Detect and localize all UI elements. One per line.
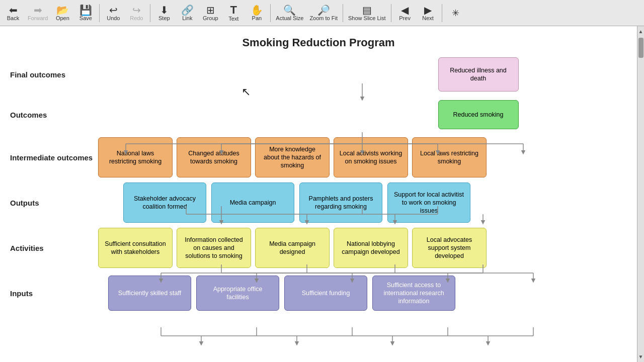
save-icon: 💾 bbox=[79, 5, 92, 15]
open-button[interactable]: 📂 Open bbox=[51, 2, 73, 25]
scroll-up-arrow[interactable]: ▲ bbox=[637, 27, 644, 36]
toolbar: ⬅ Back ➡ Forward 📂 Open 💾 Save ↩ Undo ↪ … bbox=[0, 0, 644, 26]
information-box[interactable]: Information collected on causes and solu… bbox=[177, 228, 251, 268]
pan-icon: ✋ bbox=[251, 5, 263, 15]
extra-icon: ✳ bbox=[452, 9, 459, 18]
intermediate-outcomes-label: Intermediate outcomes bbox=[10, 153, 98, 162]
forward-button[interactable]: ➡ Forward bbox=[25, 2, 50, 25]
more-knowledge-box[interactable]: More knowledge about the hazards of smok… bbox=[255, 137, 330, 177]
forward-icon: ➡ bbox=[34, 5, 42, 15]
pan-button[interactable]: ✋ Pan bbox=[246, 2, 268, 25]
redo-icon: ↪ bbox=[132, 5, 141, 15]
prev-button[interactable]: ◀ Prev bbox=[394, 2, 416, 25]
show-slice-list-button[interactable]: ▤ Show Slice List bbox=[346, 2, 388, 25]
intermediate-outcomes-content: National laws restricting smoking Change… bbox=[98, 137, 627, 177]
outcomes-row: Outcomes Reduced smoking bbox=[10, 95, 627, 135]
intermediate-outcomes-row: Intermediate outcomes National laws rest… bbox=[10, 135, 627, 180]
toolbar-sep-3 bbox=[270, 4, 271, 22]
link-button[interactable]: 🔗 Link bbox=[176, 2, 198, 25]
local-laws-box[interactable]: Local laws restricting smoking bbox=[412, 137, 487, 177]
local-advocates-box[interactable]: Local advocates support system developed bbox=[412, 228, 487, 268]
lobbying-box[interactable]: National lobbying campaign developed bbox=[334, 228, 408, 268]
prev-icon: ◀ bbox=[401, 5, 409, 15]
actual-size-icon: 🔍 bbox=[283, 5, 296, 15]
zoom-to-fit-icon: 🔎 bbox=[317, 5, 330, 15]
step-button[interactable]: ⬇ Step bbox=[153, 2, 175, 25]
open-icon: 📂 bbox=[56, 5, 69, 15]
support-local-box[interactable]: Support for local activitist to work on … bbox=[387, 183, 470, 223]
inputs-row: Inputs Sufficiently skilled staff Approp… bbox=[10, 270, 627, 316]
stakeholder-box[interactable]: Stakeholder advocacy coalition formed bbox=[123, 183, 206, 223]
next-icon: ▶ bbox=[424, 5, 432, 15]
text-icon: T bbox=[230, 5, 237, 16]
next-button[interactable]: ▶ Next bbox=[417, 2, 439, 25]
back-button[interactable]: ⬅ Back bbox=[2, 2, 24, 25]
outputs-label: Outputs bbox=[10, 199, 98, 207]
save-button[interactable]: 💾 Save bbox=[74, 2, 97, 25]
main-area: Smoking Reduction Program bbox=[0, 26, 644, 362]
outputs-content: Stakeholder advocacy coalition formed Me… bbox=[98, 183, 627, 223]
consultation-box[interactable]: Sufficient consultation with stakeholder… bbox=[98, 228, 173, 268]
inputs-label: Inputs bbox=[10, 289, 98, 298]
research-info-box[interactable]: Sufficient access to international resea… bbox=[372, 276, 455, 311]
reduced-smoking-box[interactable]: Reduced smoking bbox=[438, 100, 519, 129]
activities-row: Activities Sufficient consultation with … bbox=[10, 225, 627, 270]
undo-icon: ↩ bbox=[109, 5, 118, 15]
step-icon: ⬇ bbox=[160, 5, 169, 15]
toolbar-sep-6 bbox=[442, 4, 442, 22]
office-facilities-box[interactable]: Appropriate office facilities bbox=[196, 276, 279, 311]
final-outcomes-content: Reduced illness and death bbox=[98, 57, 627, 92]
group-button[interactable]: ⊞ Group bbox=[199, 2, 221, 25]
national-laws-box[interactable]: National laws restricting smoking bbox=[98, 137, 173, 177]
reduced-illness-box[interactable]: Reduced illness and death bbox=[438, 57, 519, 92]
sufficient-funding-box[interactable]: Sufficient funding bbox=[284, 276, 367, 311]
final-outcomes-label: Final outcomes bbox=[10, 70, 98, 79]
local-activists-box[interactable]: Local activists working on smoking issue… bbox=[334, 137, 408, 177]
logic-model: Final outcomes Reduced illness and death… bbox=[10, 54, 627, 316]
toolbar-sep-5 bbox=[391, 4, 391, 22]
outcomes-label: Outcomes bbox=[10, 111, 98, 119]
pamphlets-box[interactable]: Pamphlets and posters regarding smoking bbox=[299, 183, 382, 223]
diagram-canvas[interactable]: Smoking Reduction Program bbox=[0, 26, 637, 362]
activities-label: Activities bbox=[10, 244, 98, 252]
toolbar-sep-1 bbox=[99, 4, 100, 22]
zoom-to-fit-button[interactable]: 🔎 Zoom to Fit bbox=[307, 2, 340, 25]
scroll-down-arrow[interactable]: ▼ bbox=[637, 352, 644, 361]
link-icon: 🔗 bbox=[181, 5, 194, 15]
media-designed-box[interactable]: Media campaign designed bbox=[255, 228, 330, 268]
extra-button[interactable]: ✳ bbox=[445, 2, 467, 25]
vertical-scrollbar[interactable]: ▲ ▼ bbox=[637, 26, 644, 362]
toolbar-sep-4 bbox=[343, 4, 343, 22]
outcomes-content: Reduced smoking bbox=[98, 100, 627, 129]
inputs-content: Sufficiently skilled staff Appropriate o… bbox=[98, 276, 627, 311]
final-outcomes-row: Final outcomes Reduced illness and death bbox=[10, 54, 627, 95]
toolbar-sep-2 bbox=[150, 4, 150, 22]
diagram-title: Smoking Reduction Program bbox=[10, 36, 627, 49]
slice-list-icon: ▤ bbox=[362, 5, 372, 15]
undo-button[interactable]: ↩ Undo bbox=[102, 2, 124, 25]
text-button[interactable]: T Text bbox=[222, 2, 245, 25]
redo-button[interactable]: ↪ Redo bbox=[125, 2, 147, 25]
actual-size-button[interactable]: 🔍 Actual Size bbox=[273, 2, 306, 25]
skilled-staff-box[interactable]: Sufficiently skilled staff bbox=[108, 276, 191, 311]
outputs-row: Outputs Stakeholder advocacy coalition f… bbox=[10, 180, 627, 225]
media-campaign-box[interactable]: Media campaign bbox=[211, 183, 294, 223]
changed-attitudes-box[interactable]: Changed attitudes towards smoking bbox=[177, 137, 251, 177]
scroll-thumb[interactable] bbox=[638, 38, 643, 58]
group-icon: ⊞ bbox=[206, 5, 215, 15]
activities-content: Sufficient consultation with stakeholder… bbox=[98, 228, 627, 268]
back-icon: ⬅ bbox=[9, 5, 18, 15]
